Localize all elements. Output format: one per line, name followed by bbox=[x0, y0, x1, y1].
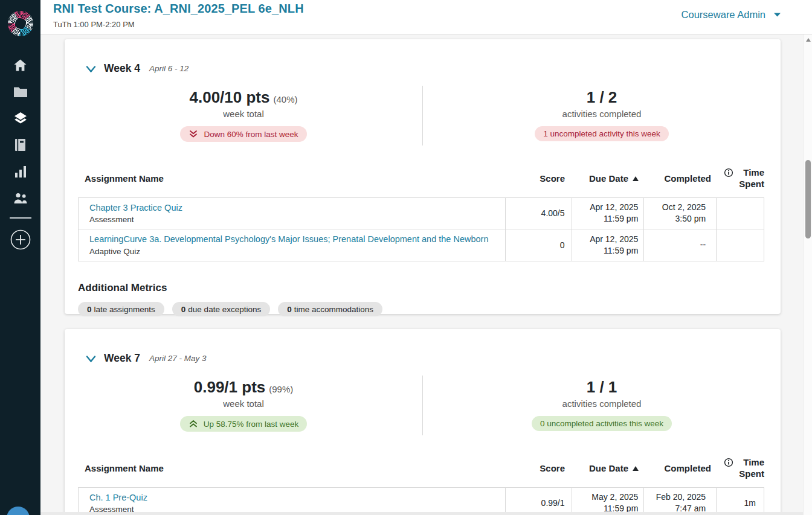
metric-due-date-exceptions: 0due date exceptions bbox=[172, 302, 270, 316]
courseware-layers-icon bbox=[13, 112, 28, 125]
sort-ascending-icon bbox=[633, 176, 639, 181]
info-icon[interactable] bbox=[724, 458, 733, 467]
column-due-date-sort[interactable]: Due Date bbox=[572, 463, 644, 473]
week-7-toggle[interactable]: Week 7 April 27 - May 3 bbox=[86, 352, 781, 365]
metric-late-assignments: 0late assignments bbox=[78, 302, 164, 316]
sidebar-item-home[interactable] bbox=[0, 52, 40, 78]
week-4-toggle[interactable]: Week 4 April 6 - 12 bbox=[86, 62, 781, 75]
completed-cell: Oct 2, 20253:50 pm bbox=[643, 198, 716, 229]
column-completed: Completed bbox=[644, 173, 717, 184]
due-date-cell: Apr 12, 202511:59 pm bbox=[572, 198, 644, 229]
completed-cell: -- bbox=[643, 229, 716, 261]
additional-metrics-title: Additional Metrics bbox=[78, 282, 781, 294]
week-points-caption: week total bbox=[223, 398, 264, 409]
role-menu-label: Courseware Admin bbox=[682, 9, 765, 21]
time-spent-cell: 1m bbox=[716, 488, 764, 515]
column-time-spent: Time Spent bbox=[717, 457, 764, 480]
assignment-type: Assessment bbox=[89, 215, 134, 224]
home-icon bbox=[13, 59, 27, 72]
sidebar-item-courseware[interactable] bbox=[0, 105, 40, 132]
vertical-scrollbar[interactable] bbox=[803, 34, 812, 515]
sidebar-divider bbox=[10, 217, 31, 219]
course-header: RNI Test Course: A_RNI_2025_PEL 6e_NLH T… bbox=[40, 0, 812, 34]
folder-icon bbox=[13, 86, 28, 98]
double-chevron-down-icon bbox=[188, 129, 198, 139]
week-date-range: April 6 - 12 bbox=[149, 64, 188, 73]
assignment-type: Adaptive Quiz bbox=[89, 247, 140, 256]
column-assignment-name: Assignment Name bbox=[78, 173, 505, 184]
time-spent-cell bbox=[716, 229, 764, 261]
time-spent-cell bbox=[716, 198, 764, 229]
trend-badge: Up 58.75% from last week bbox=[180, 416, 308, 432]
table-row: Chapter 3 Practice Quiz Assessment 4.00/… bbox=[79, 198, 764, 229]
week-activities-caption: activities completed bbox=[562, 109, 642, 119]
plus-circle-icon bbox=[10, 228, 31, 250]
week-percent: (99%) bbox=[269, 384, 293, 394]
score-cell: 0 bbox=[505, 229, 572, 261]
assignment-link[interactable]: LearningCurve 3a. Developmental Psycholo… bbox=[89, 234, 488, 245]
week-title: Week 4 bbox=[104, 62, 140, 75]
course-title: RNI Test Course: A_RNI_2025_PEL 6e_NLH bbox=[53, 2, 304, 16]
week-4-card: Week 4 April 6 - 12 4.00/10 pts(40%) wee… bbox=[65, 39, 781, 314]
bar-chart-icon bbox=[14, 165, 27, 178]
sidebar-add-button[interactable] bbox=[0, 226, 40, 252]
week-activities: 1 / 2 bbox=[587, 88, 617, 107]
macmillan-learning-logo bbox=[8, 11, 33, 36]
chevron-down-icon bbox=[86, 355, 96, 363]
chevron-down-icon bbox=[86, 65, 96, 73]
notebook-icon bbox=[14, 138, 27, 152]
uncompleted-badge: 1 uncompleted activity this week bbox=[535, 126, 669, 141]
week-activities-caption: activities completed bbox=[562, 398, 642, 409]
metric-time-accommodations: 0time accommodations bbox=[278, 302, 382, 316]
sidebar-item-roster[interactable] bbox=[0, 185, 40, 211]
horizontal-scrollbar[interactable] bbox=[40, 512, 803, 515]
scrollbar-thumb[interactable] bbox=[805, 160, 811, 238]
assignments-table: Assignment Name Score Due Date Completed bbox=[78, 161, 764, 261]
due-date-cell: Apr 12, 202511:59 pm bbox=[572, 229, 644, 261]
uncompleted-badge: 0 uncompleted activities this week bbox=[532, 416, 672, 431]
double-chevron-up-icon bbox=[188, 419, 198, 429]
assignment-link[interactable]: Ch. 1 Pre-Quiz bbox=[89, 492, 147, 504]
table-row: LearningCurve 3a. Developmental Psycholo… bbox=[79, 229, 764, 261]
sidebar-item-reports[interactable] bbox=[0, 158, 40, 185]
week-percent: (40%) bbox=[273, 94, 297, 104]
due-date-cell: May 2, 202511:59 pm bbox=[572, 488, 644, 515]
column-due-date-sort[interactable]: Due Date bbox=[572, 173, 644, 184]
week-date-range: April 27 - May 3 bbox=[149, 354, 207, 363]
week-activities: 1 / 1 bbox=[587, 378, 617, 397]
assignment-link[interactable]: Chapter 3 Practice Quiz bbox=[89, 202, 182, 214]
sidebar bbox=[0, 0, 40, 515]
column-assignment-name: Assignment Name bbox=[78, 463, 505, 473]
completed-cell: Feb 20, 20257:47 am bbox=[643, 488, 716, 515]
column-completed: Completed bbox=[644, 463, 717, 473]
table-row: Ch. 1 Pre-Quiz Assessment 0.99/1 May 2, … bbox=[79, 488, 764, 515]
week-points: 4.00/10 pts(40%) bbox=[190, 88, 298, 107]
assignments-table: Assignment Name Score Due Date Completed bbox=[78, 451, 764, 515]
column-score: Score bbox=[505, 463, 572, 473]
help-chat-button[interactable] bbox=[7, 507, 30, 515]
trend-badge: Down 60% from last week bbox=[180, 126, 306, 142]
week-points-caption: week total bbox=[223, 109, 264, 119]
main-content: Week 4 April 6 - 12 4.00/10 pts(40%) wee… bbox=[40, 34, 812, 515]
scrollbar-up-arrow[interactable] bbox=[806, 38, 811, 42]
role-menu-dropdown[interactable]: Courseware Admin bbox=[682, 9, 781, 21]
people-icon bbox=[13, 193, 28, 204]
score-cell: 4.00/5 bbox=[505, 198, 572, 229]
week-title: Week 7 bbox=[104, 352, 140, 365]
column-score: Score bbox=[505, 173, 572, 184]
course-schedule: TuTh 1:00 PM-2:20 PM bbox=[53, 20, 135, 29]
sidebar-item-ebook[interactable] bbox=[0, 132, 40, 158]
week-points: 0.99/1 pts(99%) bbox=[194, 378, 294, 397]
sidebar-item-courses[interactable] bbox=[0, 78, 40, 105]
sort-ascending-icon bbox=[633, 466, 639, 471]
week-7-card: Week 7 April 27 - May 3 0.99/1 pts(99%) … bbox=[65, 329, 781, 515]
score-cell: 0.99/1 bbox=[505, 488, 572, 515]
info-icon[interactable] bbox=[724, 168, 733, 178]
chevron-down-icon bbox=[774, 13, 781, 17]
column-time-spent: Time Spent bbox=[717, 167, 764, 190]
